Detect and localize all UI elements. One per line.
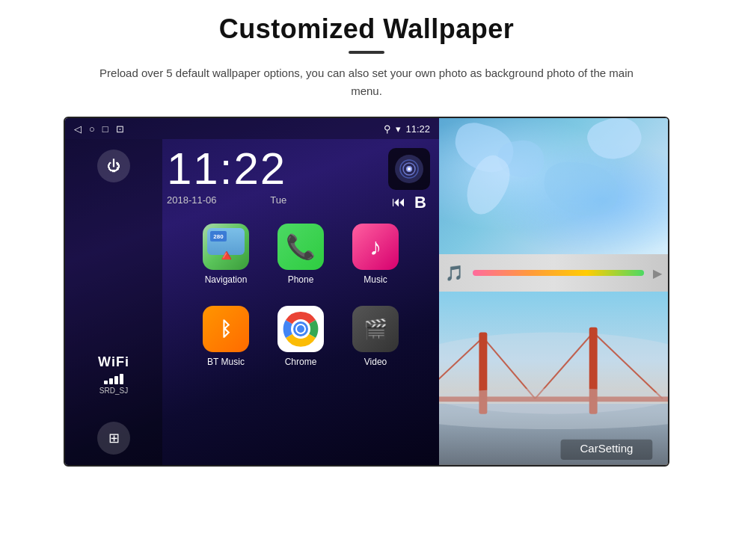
bridge-svg: CarSetting xyxy=(439,292,668,465)
bluetooth-symbol: ᛒ xyxy=(220,318,232,341)
media-controls: ⏮ B xyxy=(392,193,426,212)
signal-icon: ▾ xyxy=(396,123,401,135)
chrome-svg xyxy=(277,306,324,352)
wifi-bar-2 xyxy=(109,378,113,384)
svg-point-9 xyxy=(297,325,304,333)
wifi-bar-3 xyxy=(114,376,118,384)
app-btmusic-label: BT Music xyxy=(207,357,245,367)
app-music[interactable]: ♪ Music xyxy=(342,219,409,294)
title-divider xyxy=(349,51,384,54)
screenshot-icon: ⊡ xyxy=(116,123,124,135)
nav-arrow: 🔺 xyxy=(216,246,236,265)
wifi-bars xyxy=(104,372,123,384)
status-time: 11:22 xyxy=(405,123,430,135)
status-right: ⚲ ▾ 11:22 xyxy=(384,123,430,135)
music-icon: ♪ xyxy=(352,224,399,270)
app-phone-label: Phone xyxy=(288,274,314,285)
wifi-block: WiFi SRD_SJ xyxy=(98,354,129,395)
media-area: ⏮ B xyxy=(388,148,430,212)
app-navigation[interactable]: 280 🔺 Navigation xyxy=(192,219,260,294)
app-video-label: Video xyxy=(364,357,387,367)
android-screen: ◁ ○ □ ⊡ ⚲ ▾ 11:22 ⏻ xyxy=(64,117,669,467)
wifi-bar-4 xyxy=(120,374,123,384)
status-left: ◁ ○ □ ⊡ xyxy=(74,123,124,135)
music-symbol: ♪ xyxy=(369,233,381,261)
status-bar: ◁ ○ □ ⊡ ⚲ ▾ 11:22 xyxy=(65,118,439,139)
location-icon: ⚲ xyxy=(384,123,391,135)
navigation-icon: 280 🔺 xyxy=(203,224,249,270)
sidebar: ⏻ WiFi SRD_SJ ⊞ xyxy=(65,139,162,465)
clock-time: 11:22 xyxy=(167,147,286,191)
app-music-label: Music xyxy=(364,274,387,285)
page-wrapper: Customized Wallpaper Preload over 5 defa… xyxy=(0,0,733,560)
music-controls: ▶ xyxy=(653,266,662,280)
page-title: Customized Wallpaper xyxy=(219,13,515,45)
ice-shapes xyxy=(439,118,668,254)
center-content: 11:22 2018-11-06 Tue xyxy=(162,139,439,465)
clock-date-value: 2018-11-06 xyxy=(167,194,217,206)
app-chrome[interactable]: Chrome xyxy=(267,301,334,376)
ssid-name: SRD_SJ xyxy=(99,387,128,395)
radio-icon xyxy=(398,158,420,180)
main-screen: ◁ ○ □ ⊡ ⚲ ▾ 11:22 ⏻ xyxy=(65,118,439,465)
screen-content: ⏻ WiFi SRD_SJ ⊞ xyxy=(65,139,439,465)
app-video[interactable]: 🎬 Video xyxy=(342,301,409,376)
wallpaper-panel-bottom: CarSetting xyxy=(439,292,668,465)
app-navigation-label: Navigation xyxy=(205,274,248,285)
svg-text:CarSetting: CarSetting xyxy=(580,443,633,455)
clock-day: Tue xyxy=(270,194,286,206)
power-icon: ⏻ xyxy=(107,159,120,174)
music-strip: 🎵 ▶ xyxy=(439,254,668,292)
page-subtitle: Preload over 5 default wallpaper options… xyxy=(97,64,636,100)
ice-chunk-4 xyxy=(583,118,647,167)
clock-area: 11:22 2018-11-06 Tue xyxy=(167,147,286,206)
btmusic-icon: ᛒ xyxy=(203,306,249,352)
nav-badge: 280 xyxy=(210,231,227,241)
signal-visual xyxy=(395,155,423,183)
phone-icon: 📞 xyxy=(277,224,324,270)
app-btmusic[interactable]: ᛒ BT Music xyxy=(192,301,260,376)
video-symbol: 🎬 xyxy=(364,318,387,341)
home-icon: ○ xyxy=(89,123,95,135)
media-app-icon xyxy=(388,148,430,190)
phone-symbol: 📞 xyxy=(286,233,316,261)
music-progress-bar xyxy=(473,270,644,276)
wifi-label: WiFi xyxy=(98,354,129,370)
svg-point-22 xyxy=(439,389,668,430)
chrome-icon xyxy=(277,306,324,352)
clock-date: 2018-11-06 Tue xyxy=(167,194,286,206)
app-grid: 280 🔺 Navigation 📞 Phone xyxy=(192,213,409,382)
wallpaper-panel-top xyxy=(439,118,668,254)
music-strip-icon: 🎵 xyxy=(445,264,464,282)
power-button[interactable]: ⏻ xyxy=(97,150,130,182)
ice-chunk-3 xyxy=(542,160,621,218)
apps-grid-button[interactable]: ⊞ xyxy=(97,422,130,455)
recents-icon: □ xyxy=(102,123,108,135)
music-strip-inner: 🎵 ▶ xyxy=(439,254,668,292)
prev-icon[interactable]: ⏮ xyxy=(392,194,405,210)
grid-icon: ⊞ xyxy=(108,430,120,446)
back-icon: ◁ xyxy=(74,123,82,135)
right-panels: 🎵 ▶ xyxy=(439,118,668,465)
next-icon-b: B xyxy=(414,193,426,212)
video-icon: 🎬 xyxy=(352,306,399,352)
app-phone[interactable]: 📞 Phone xyxy=(267,219,334,294)
svg-point-3 xyxy=(408,167,411,170)
app-chrome-label: Chrome xyxy=(285,357,317,367)
wifi-bar-1 xyxy=(104,381,108,384)
